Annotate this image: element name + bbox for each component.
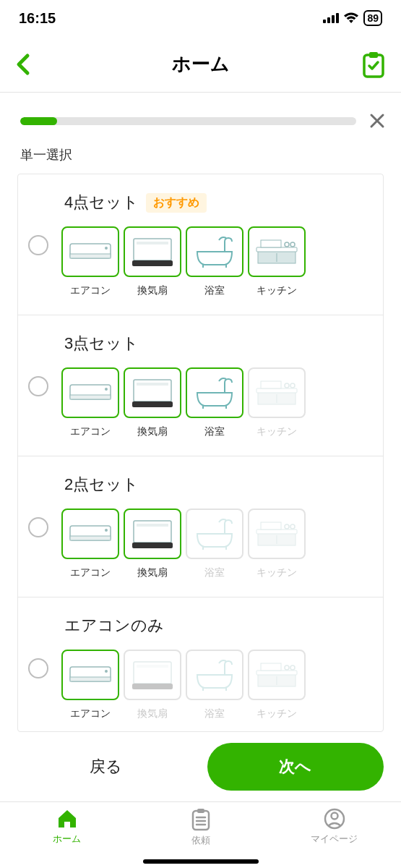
section-label: 単一選択 xyxy=(0,140,401,174)
bath-icon xyxy=(186,650,243,700)
svg-rect-15 xyxy=(256,247,297,252)
svg-rect-7 xyxy=(70,254,111,258)
service-item-aircon: エアコン xyxy=(61,509,119,579)
close-button[interactable] xyxy=(362,106,392,136)
option-row[interactable]: 2点セットエアコン換気扇浴室キッチン xyxy=(18,456,383,597)
svg-rect-2 xyxy=(332,15,335,23)
service-item-bath: 浴室 xyxy=(186,509,243,579)
recommended-badge: おすすめ xyxy=(146,193,207,213)
kitchen-icon xyxy=(248,650,306,700)
svg-rect-35 xyxy=(70,536,111,540)
option-title: 3点セット xyxy=(64,333,139,354)
item-label: エアコン xyxy=(70,425,111,438)
option-row[interactable]: エアコンのみエアコン換気扇浴室キッチン xyxy=(18,597,383,732)
svg-rect-29 xyxy=(256,388,297,393)
kitchen-icon xyxy=(248,226,306,277)
status-bar: 16:15 89 xyxy=(0,0,401,36)
signal-icon xyxy=(323,13,339,23)
radio-button[interactable] xyxy=(28,376,48,396)
svg-point-32 xyxy=(290,383,295,388)
item-label: 浴室 xyxy=(204,566,225,579)
options-list[interactable]: 4点セットおすすめエアコン換気扇浴室キッチン3点セットエアコン換気扇浴室キッチン… xyxy=(17,174,384,732)
tab-label: マイページ xyxy=(311,833,358,846)
close-icon xyxy=(368,112,386,129)
tab-mypage[interactable]: マイページ xyxy=(267,802,401,868)
svg-rect-49 xyxy=(70,677,111,681)
item-label: エアコン xyxy=(70,707,111,720)
svg-rect-43 xyxy=(256,529,297,534)
svg-point-31 xyxy=(285,383,289,388)
svg-rect-10 xyxy=(132,260,173,266)
status-icons: 89 xyxy=(323,10,382,26)
svg-rect-11 xyxy=(137,242,168,244)
svg-rect-0 xyxy=(323,20,326,23)
aircon-icon xyxy=(61,367,119,418)
svg-point-22 xyxy=(105,388,108,391)
service-item-fan: 換気扇 xyxy=(124,367,181,438)
home-icon xyxy=(56,808,79,830)
item-label: 換気扇 xyxy=(137,566,168,579)
nav-header: ホーム xyxy=(0,36,401,93)
fan-icon xyxy=(124,367,181,418)
back-step-button[interactable]: 戻る xyxy=(17,743,194,791)
radio-button[interactable] xyxy=(28,658,48,678)
aircon-icon xyxy=(61,509,119,559)
service-item-bath: 浴室 xyxy=(186,367,243,438)
item-label: 換気扇 xyxy=(137,425,168,438)
tab-home[interactable]: ホーム xyxy=(0,802,134,868)
svg-point-60 xyxy=(290,665,295,670)
service-item-bath: 浴室 xyxy=(186,226,243,297)
svg-rect-30 xyxy=(261,381,281,388)
svg-rect-3 xyxy=(336,13,339,23)
item-label: エアコン xyxy=(70,284,111,297)
chevron-left-icon xyxy=(14,53,32,76)
service-item-kitchen: キッチン xyxy=(248,650,306,720)
option-title-row: 3点セット xyxy=(61,333,370,354)
svg-rect-63 xyxy=(197,809,204,813)
next-step-button[interactable]: 次へ xyxy=(207,743,384,791)
option-title-row: エアコンのみ xyxy=(61,615,370,637)
tab-label: ホーム xyxy=(53,833,81,846)
svg-rect-53 xyxy=(137,665,168,668)
bath-icon xyxy=(186,509,243,559)
option-row[interactable]: 3点セットエアコン換気扇浴室キッチン xyxy=(18,315,383,456)
option-body: エアコンのみエアコン換気扇浴室キッチン xyxy=(61,615,370,720)
svg-rect-24 xyxy=(132,401,173,407)
clipboard-button[interactable] xyxy=(358,48,389,80)
home-indicator xyxy=(143,859,259,864)
service-item-fan: 換気扇 xyxy=(124,509,181,579)
svg-point-50 xyxy=(105,670,108,673)
svg-rect-39 xyxy=(137,524,168,527)
person-icon xyxy=(324,808,345,830)
item-label: エアコン xyxy=(70,566,111,579)
option-body: 3点セットエアコン換気扇浴室キッチン xyxy=(61,333,370,438)
page-title: ホーム xyxy=(172,51,230,77)
item-label: 浴室 xyxy=(204,707,225,720)
option-title: エアコンのみ xyxy=(64,615,164,637)
option-row[interactable]: 4点セットおすすめエアコン換気扇浴室キッチン xyxy=(18,174,383,315)
service-item-aircon: エアコン xyxy=(61,367,119,438)
document-icon xyxy=(191,808,211,831)
item-label: キッチン xyxy=(256,566,297,579)
tab-request[interactable]: 依頼 xyxy=(134,802,267,868)
option-title: 4点セット xyxy=(64,192,139,213)
svg-rect-57 xyxy=(256,671,297,675)
item-label: 換気扇 xyxy=(137,284,168,297)
radio-button[interactable] xyxy=(28,235,48,255)
svg-point-59 xyxy=(285,665,289,670)
svg-point-8 xyxy=(105,247,108,250)
kitchen-icon xyxy=(248,367,306,418)
item-label: キッチン xyxy=(256,707,297,720)
radio-button[interactable] xyxy=(28,517,48,537)
footer-buttons: 戻る 次へ xyxy=(0,732,401,801)
svg-point-18 xyxy=(290,242,295,247)
svg-point-17 xyxy=(285,242,289,247)
aircon-icon xyxy=(61,226,119,277)
progress-row xyxy=(0,93,401,140)
svg-point-36 xyxy=(105,529,108,532)
items-row: エアコン換気扇浴室キッチン xyxy=(61,650,370,720)
item-label: 換気扇 xyxy=(137,707,168,720)
svg-point-45 xyxy=(285,524,289,529)
kitchen-icon xyxy=(248,509,306,559)
back-button[interactable] xyxy=(7,48,39,80)
